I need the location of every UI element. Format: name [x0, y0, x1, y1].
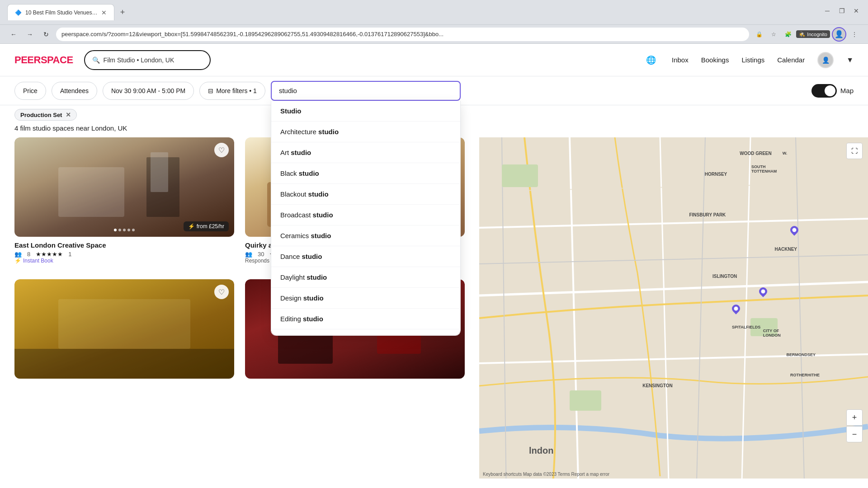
attendees-icon-2: 👥 [245, 251, 252, 258]
profile-button[interactable]: 👤 [832, 27, 846, 42]
map-footer: Keyboard shortcuts Map data ©2023 Terms … [483, 472, 609, 477]
sliders-icon: ⊟ [208, 87, 213, 94]
dropdown-item-architecture-studio[interactable]: Architecture studio [271, 122, 460, 142]
dropdown-item-dance-studio[interactable]: Dance studio [271, 246, 460, 267]
user-avatar[interactable]: 👤 [817, 52, 834, 68]
tab-close-button[interactable]: ✕ [101, 9, 107, 16]
dropdown-item-blackout-studio[interactable]: Blackout studio [271, 184, 460, 205]
favorite-button-1[interactable]: ♡ [214, 143, 229, 157]
map-zoom-controls: + − [846, 409, 863, 442]
listing-image-3: ♡ [14, 279, 234, 379]
map-expand-button[interactable]: ⛶ [846, 143, 863, 159]
attendees-icon: 👥 [14, 251, 22, 258]
map-toggle-switch[interactable] [811, 84, 837, 98]
instant-book-tag: ⚡ Instant Book [14, 258, 234, 264]
lightning-icon: ⚡ [188, 223, 195, 230]
address-bar-row: ← → ↻ 🔒 ☆ 🧩 🕵 Incognito 👤 ⋮ [0, 25, 868, 44]
search-filter-container: Studio Architecture studio Art studio Bl… [271, 81, 461, 101]
dot-1 [114, 229, 117, 231]
map-canvas[interactable]: lndon WOOD GREEN HORNSEY SOUTHTOTTENHAM … [479, 137, 868, 479]
incognito-badge: 🕵 Incognito [796, 30, 830, 38]
listing-title-1: East London Creative Space [14, 241, 234, 249]
new-tab-button[interactable]: + [116, 6, 129, 19]
browser-chrome: 🔷 10 Best Film Studio Venues - Lo... ✕ +… [0, 0, 868, 25]
image-dots-1 [114, 229, 135, 231]
language-button[interactable]: 🌐 [643, 52, 659, 68]
listing-photo-3 [14, 279, 234, 379]
chevron-down-icon[interactable]: ▼ [846, 56, 854, 64]
inbox-nav-item[interactable]: Inbox [672, 56, 689, 64]
listings-nav-item[interactable]: Listings [741, 56, 764, 64]
remove-filter-button[interactable]: ✕ [66, 111, 71, 118]
listing-image-1: ♡ ⚡ from £25/hr [14, 137, 234, 237]
restore-button[interactable]: ❐ [835, 5, 848, 17]
listing-info-3 [14, 379, 234, 388]
app-header: PEERSPACE 🔍 Film Studio • London, UK 🌐 I… [0, 44, 868, 76]
header-nav: 🌐 Inbox Bookings Listings Calendar 👤 ▼ [643, 52, 854, 68]
bookings-nav-item[interactable]: Bookings [701, 56, 729, 64]
bookmark-icon[interactable]: ☆ [767, 28, 780, 41]
dropdown-item-design-studio[interactable]: Design studio [271, 288, 460, 309]
search-input[interactable] [271, 81, 461, 101]
forward-button[interactable]: → [24, 28, 36, 41]
more-filters-button[interactable]: ⊟ More filters • 1 [199, 82, 265, 100]
map-panel: lndon WOOD GREEN HORNSEY SOUTHTOTTENHAM … [479, 137, 868, 479]
refresh-button[interactable]: ↻ [40, 28, 52, 41]
datetime-filter-button[interactable]: Nov 30 9:00 AM - 5:00 PM [103, 82, 194, 100]
dot-2 [118, 229, 121, 231]
dropdown-item-broadcast-studio[interactable]: Broadcast studio [271, 205, 460, 225]
price-filter-button[interactable]: Price [14, 82, 46, 100]
tab-bar: 🔷 10 Best Film Studio Venues - Lo... ✕ + [7, 4, 129, 20]
calendar-nav-item[interactable]: Calendar [777, 56, 805, 64]
zoom-in-button[interactable]: + [846, 409, 863, 426]
svg-rect-14 [570, 390, 601, 411]
tab-title: 10 Best Film Studio Venues - Lo... [25, 9, 98, 16]
dot-4 [127, 229, 130, 231]
dropdown-item-studio[interactable]: Studio [271, 101, 460, 122]
dot-3 [123, 229, 126, 231]
price-badge-1: ⚡ from £25/hr [184, 221, 229, 231]
map-roads-svg: lndon [479, 137, 868, 479]
filter-bar: Price Attendees Nov 30 9:00 AM - 5:00 PM… [0, 76, 868, 105]
svg-rect-13 [750, 318, 778, 336]
security-icon[interactable]: 🔒 [753, 28, 765, 41]
listing-info-1: East London Creative Space 👥 8 ★★★★★ 1 ⚡… [14, 237, 234, 268]
listing-info-4 [245, 379, 465, 388]
listing-card-3[interactable]: ♡ [14, 279, 234, 388]
zoom-out-button[interactable]: − [846, 426, 863, 442]
toggle-knob [825, 85, 835, 96]
favorite-button-3[interactable]: ♡ [214, 285, 229, 299]
logo[interactable]: PEERSPACE [14, 54, 73, 66]
tab-favicon: 🔷 [15, 9, 22, 16]
dropdown-item-editing-studio[interactable]: Editing studio [271, 309, 460, 329]
dropdown-item-black-studio[interactable]: Black studio [271, 163, 460, 184]
address-bar[interactable] [56, 28, 749, 41]
lightning-small-icon: ⚡ [14, 258, 21, 264]
menu-button[interactable]: ⋮ [848, 28, 861, 41]
dropdown-item-daylight-studio[interactable]: Daylight studio [271, 267, 460, 288]
active-tab[interactable]: 🔷 10 Best Film Studio Venues - Lo... ✕ [7, 4, 114, 20]
minimize-button[interactable]: ─ [821, 5, 834, 17]
search-icon: 🔍 [92, 56, 100, 64]
close-button[interactable]: ✕ [850, 5, 863, 17]
svg-rect-12 [502, 164, 538, 187]
search-dropdown: Studio Architecture studio Art studio Bl… [271, 101, 461, 336]
dot-5 [132, 229, 135, 231]
map-toggle-label: Map [840, 87, 854, 94]
listing-card-1[interactable]: ♡ ⚡ from £25/hr East London Creative Sp [14, 137, 234, 268]
expand-icon: ⛶ [851, 147, 858, 155]
back-button[interactable]: ← [7, 28, 20, 41]
address-actions: 🔒 ☆ 🧩 🕵 Incognito 👤 ⋮ [753, 27, 861, 42]
listing-meta-1: 👥 8 ★★★★★ 1 [14, 251, 234, 258]
dropdown-item-art-studio[interactable]: Art studio [271, 142, 460, 163]
svg-text:lndon: lndon [529, 446, 553, 455]
production-set-filter-tag: Production Set ✕ [14, 109, 77, 121]
header-search-bar[interactable]: 🔍 Film Studio • London, UK [84, 50, 211, 70]
dropdown-item-ceramics-studio[interactable]: Ceramics studio [271, 225, 460, 246]
extensions-icon[interactable]: 🧩 [782, 28, 794, 41]
attendees-filter-button[interactable]: Attendees [52, 82, 97, 100]
dropdown-item-fashion-studio[interactable]: Fashion studio [271, 329, 460, 336]
map-toggle-area: Map [811, 84, 854, 98]
